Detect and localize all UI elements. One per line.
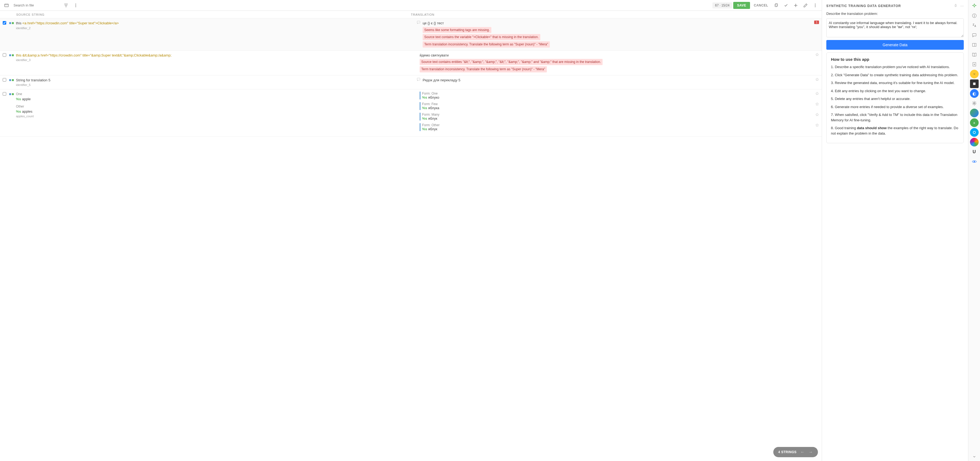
comment-icon[interactable]: [417, 21, 420, 24]
row-checkbox[interactable]: [3, 78, 6, 82]
row-checkbox[interactable]: [3, 92, 6, 96]
app-icon-u[interactable]: U: [970, 147, 978, 156]
app-icon-5[interactable]: [970, 128, 978, 137]
string-row[interactable]: this &lt;&amp;a href="https://crowdin.co…: [0, 51, 822, 75]
translation-header: TRANSLATION: [411, 13, 806, 16]
book-icon[interactable]: [970, 50, 978, 59]
howto-step: 1. Describe a specific translation probl…: [831, 64, 959, 70]
status-dots: [9, 21, 14, 24]
sparkle-icon[interactable]: [970, 2, 978, 10]
auto-icon[interactable]: [815, 92, 819, 95]
auto-icon[interactable]: [815, 78, 819, 81]
download-icon[interactable]: [970, 60, 978, 69]
edit-icon[interactable]: [801, 1, 810, 10]
svg-point-19: [973, 73, 976, 76]
howto-step: 5. Delete any entries that aren't helpfu…: [831, 96, 959, 101]
svg-point-8: [815, 5, 816, 6]
svg-point-2: [75, 3, 76, 4]
plural-form[interactable]: Form: Many%s яблук: [420, 112, 819, 120]
check-icon[interactable]: [782, 1, 790, 10]
translation-text[interactable]: йдемо святкувати: [420, 53, 813, 58]
warning: Term translation inconsistency. Translat…: [423, 41, 550, 48]
panel-icon[interactable]: [970, 41, 978, 49]
toolbar: 67 · 15/24 SAVE CANCEL: [0, 0, 822, 11]
translation-text[interactable]: Рядок для перекладу 5: [423, 78, 813, 83]
svg-point-3: [75, 5, 76, 6]
overflow-icon[interactable]: [811, 1, 819, 10]
copy-icon[interactable]: [772, 1, 781, 10]
svg-point-25: [974, 161, 975, 162]
identifier: identifier_5: [16, 83, 412, 87]
save-button[interactable]: SAVE: [733, 2, 750, 9]
svg-rect-14: [974, 16, 975, 17]
search-input[interactable]: [12, 2, 60, 9]
string-list: this <a href="https://crowdin.com" title…: [0, 18, 822, 461]
app-icon-2[interactable]: ◐: [970, 89, 978, 98]
app-icon-3[interactable]: [970, 109, 978, 117]
plural-form[interactable]: Form: Few%s яблука: [420, 102, 819, 110]
chevron-down-icon[interactable]: [970, 452, 978, 461]
warning: Source text contains the variable ">Clic…: [423, 34, 540, 40]
auto-icon[interactable]: [815, 123, 819, 127]
info-icon[interactable]: [970, 11, 978, 20]
howto-step: 7. When satisfied, click "Verify & Add t…: [831, 112, 959, 123]
form-value: %s яблука: [422, 106, 813, 110]
translation-text[interactable]: це {} є {} тест: [423, 21, 812, 26]
app-icon-active[interactable]: [970, 79, 978, 88]
svg-rect-15: [972, 33, 976, 36]
row-checkbox[interactable]: [3, 53, 6, 57]
form-value: %s яблуко: [422, 95, 813, 100]
row-checkbox[interactable]: [3, 21, 6, 25]
column-headers: SOURCE STRING TRANSLATION: [0, 11, 822, 18]
generate-button[interactable]: Generate Data: [826, 40, 964, 50]
next-arrow-icon[interactable]: →: [809, 450, 813, 455]
howto-title: How to use this app: [831, 57, 959, 62]
svg-point-21: [974, 73, 975, 74]
more-vert-icon[interactable]: [72, 1, 80, 10]
auto-icon[interactable]: [815, 102, 819, 106]
filter-icon[interactable]: [62, 1, 70, 10]
app-icon-4[interactable]: a: [970, 118, 978, 127]
howto-step: 2. Click "Generate Data" to create synth…: [831, 73, 959, 78]
app-icon-6[interactable]: [970, 138, 978, 146]
minimize-icon[interactable]: —: [960, 4, 964, 8]
comment-icon[interactable]: [417, 78, 420, 81]
collapse-icon[interactable]: [2, 1, 11, 10]
string-row[interactable]: One %s apple Other %s apples apples_coun…: [0, 89, 822, 137]
chat-icon[interactable]: [970, 31, 978, 40]
howto-step: 3. Review the generated data, ensuring i…: [831, 80, 959, 86]
pin-icon[interactable]: [954, 4, 958, 8]
plural-form[interactable]: Form: Other%s яблук: [420, 123, 819, 131]
page-indicator: 67 · 15/24: [713, 2, 732, 8]
eye-icon[interactable]: [970, 157, 978, 166]
panel-title: SYNTHETIC TRAINING DATA GENERATOR: [826, 4, 901, 8]
svg-rect-16: [972, 43, 976, 46]
gear-icon[interactable]: [970, 99, 978, 108]
status-dots: [9, 78, 14, 81]
identifier: apples_count: [16, 114, 415, 118]
describe-label: Describe the translation problem:: [826, 12, 964, 16]
auto-icon[interactable]: [815, 112, 819, 116]
translate-icon[interactable]: [970, 21, 978, 30]
plus-icon[interactable]: [791, 1, 800, 10]
identifier: identifier_3: [16, 59, 415, 62]
problem-textarea[interactable]: [826, 18, 964, 37]
svg-point-23: [974, 102, 975, 104]
warning: Term translation inconsistency. Translat…: [420, 66, 547, 73]
auto-icon[interactable]: [815, 53, 819, 57]
string-row[interactable]: String for translation 5 identifier_5 Ря…: [0, 75, 822, 90]
app-icon-1[interactable]: [970, 70, 978, 78]
string-row[interactable]: this <a href="https://crowdin.com" title…: [0, 18, 822, 51]
cancel-button[interactable]: CANCEL: [751, 2, 771, 9]
svg-point-24: [973, 131, 975, 134]
prev-arrow-icon[interactable]: ←: [800, 450, 805, 455]
howto-step: 6. Generate more entries if needed to pr…: [831, 104, 959, 110]
howto-step: 4. Edit any entries by clicking on the t…: [831, 89, 959, 94]
plural-form[interactable]: Form: One%s яблуко: [420, 92, 819, 100]
main-area: 67 · 15/24 SAVE CANCEL: [0, 0, 968, 461]
source-header: SOURCE STRING: [16, 13, 411, 16]
svg-rect-10: [417, 21, 420, 23]
form-label: Form: Many: [422, 112, 813, 116]
source-text: this <a href="https://crowdin.com" title…: [16, 21, 412, 26]
svg-point-9: [815, 6, 816, 7]
